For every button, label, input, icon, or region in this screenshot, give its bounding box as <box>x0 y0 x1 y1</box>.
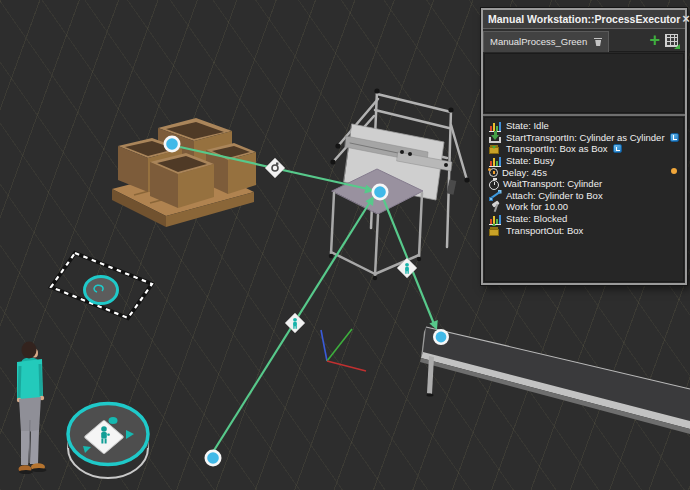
conveyor-node <box>436 332 447 343</box>
process-step-label: State: Busy <box>506 155 555 166</box>
pallet-with-carton-boxes[interactable] <box>0 0 256 227</box>
process-step-label: State: Idle <box>506 120 549 131</box>
panel-titlebar[interactable]: Manual Workstation::ProcessExecutor × <box>483 10 685 29</box>
state-icon <box>489 155 502 167</box>
process-step[interactable]: State: Busy <box>489 155 683 167</box>
work-icon <box>489 201 502 213</box>
process-executor-panel[interactable]: Manual Workstation::ProcessExecutor × Ma… <box>481 8 687 285</box>
panel-tabbar: ManualProcess_Green + <box>483 29 685 52</box>
delay-icon <box>489 168 498 177</box>
process-step-label: Attach: Cylinder to Box <box>506 190 603 201</box>
process-step[interactable]: State: Idle <box>489 120 683 132</box>
process-step-label: WaitTransport: Cylinder <box>503 178 602 189</box>
flow-step-marker[interactable] <box>285 313 305 333</box>
process-step[interactable]: StartTransportIn: Cylinder as Cylinder <box>489 132 683 144</box>
panel-title: Manual Workstation::ProcessExecutor <box>488 13 680 25</box>
product-box-icon <box>613 144 622 153</box>
process-step[interactable]: WaitTransport: Cylinder <box>489 178 683 190</box>
add-process-button[interactable]: + <box>644 33 665 47</box>
state-icon <box>489 120 502 132</box>
origin-axes-gizmo <box>321 329 366 371</box>
flow-step-marker[interactable] <box>265 158 285 178</box>
process-step-label: TransportOut: Box <box>506 225 583 236</box>
process-step-label: State: Blocked <box>506 213 567 224</box>
process-step[interactable]: Attach: Cylinder to Box <box>489 190 683 202</box>
process-steps-list[interactable]: State: Idle StartTransportIn: Cylinder a… <box>484 117 684 282</box>
transport-in-icon <box>489 147 499 154</box>
transport-in-start-icon <box>489 131 502 143</box>
process-step-label: TransportIn: Box as Box <box>506 143 608 154</box>
process-step-label: StartTransportIn: Cylinder as Cylinder <box>506 132 665 143</box>
process-step-label: Work for 10.00 <box>506 201 568 212</box>
process-empty-area[interactable] <box>484 53 684 113</box>
process-step[interactable]: State: Blocked <box>489 213 683 225</box>
trash-icon[interactable] <box>594 37 602 47</box>
attach-icon <box>489 189 502 201</box>
work-area-outline[interactable] <box>51 253 152 318</box>
process-step[interactable]: TransportIn: Box as Box <box>489 143 683 155</box>
floor-node <box>207 452 219 464</box>
panel-body: State: Idle StartTransportIn: Cylinder a… <box>483 52 685 283</box>
process-step[interactable]: Delay: 45s <box>489 166 683 178</box>
wait-transport-icon <box>489 180 499 190</box>
conveyor[interactable] <box>420 327 690 434</box>
teleport-pad[interactable] <box>68 404 148 479</box>
process-step-label: Delay: 45s <box>502 167 547 178</box>
product-cylinder-icon <box>670 133 679 142</box>
grid-view-button[interactable] <box>665 34 678 47</box>
work-area-location-ring[interactable] <box>85 277 118 304</box>
pallet-node <box>166 138 178 150</box>
panel-divider <box>483 114 685 116</box>
close-icon[interactable]: × <box>680 12 690 26</box>
3d-viewport[interactable]: Manual Workstation::ProcessExecutor × Ma… <box>0 0 690 490</box>
transport-out-icon <box>489 229 499 236</box>
carton-box <box>150 153 214 208</box>
tab-manualprocess-green[interactable]: ManualProcess_Green <box>483 31 609 52</box>
human-worker[interactable] <box>17 342 47 475</box>
process-step[interactable]: TransportOut: Box <box>489 224 683 236</box>
workstation-node <box>374 186 386 198</box>
process-step[interactable]: Work for 10.00 <box>489 201 683 213</box>
execution-marker-dot <box>671 168 677 174</box>
tab-label: ManualProcess_Green <box>490 36 587 47</box>
